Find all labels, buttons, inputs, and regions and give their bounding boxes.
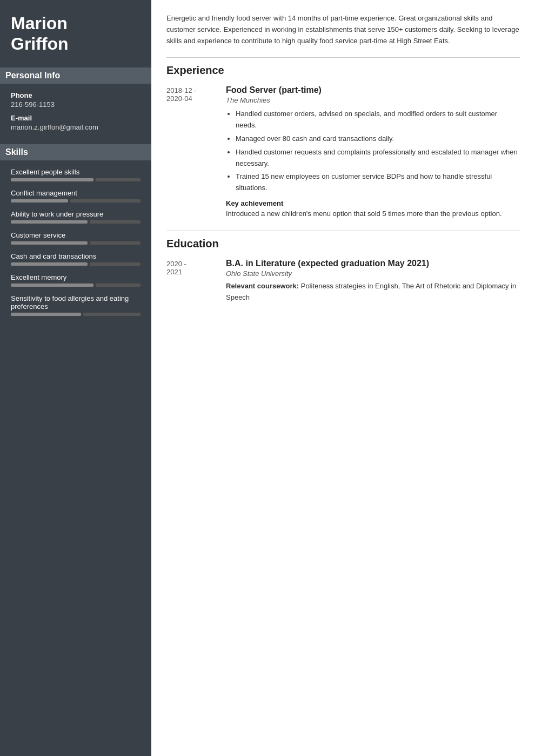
- name-line2: Griffon: [11, 34, 69, 53]
- edu-coursework: Relevant coursework: Politeness strategi…: [226, 281, 520, 303]
- skill-item: Excellent people skills: [11, 168, 141, 181]
- skill-item: Cash and card transactions: [11, 252, 141, 266]
- email-value: marion.z.girffon@gmail.com: [11, 123, 141, 131]
- edu-dates: 2020 -2021: [166, 259, 226, 303]
- skill-bar: [11, 199, 141, 202]
- skill-bar-filled: [11, 178, 93, 181]
- experience-divider: [166, 57, 520, 58]
- exp-job-title: Food Server (part-time): [226, 85, 520, 95]
- name-line1: Marion: [11, 14, 68, 33]
- skill-bar-empty: [90, 262, 141, 266]
- education-title: Education: [166, 238, 520, 250]
- skill-bar-empty: [96, 284, 141, 287]
- skill-bar-empty: [70, 199, 141, 202]
- skill-bar-empty: [83, 313, 141, 316]
- skill-bar: [11, 178, 141, 181]
- experience-block: 2018-12 -2020-04Food Server (part-time)T…: [166, 85, 520, 219]
- edu-degree: B.A. in Literature (expected graduation …: [226, 259, 520, 268]
- skill-bar-filled: [11, 199, 68, 202]
- phone-value: 216-596-1153: [11, 100, 141, 109]
- exp-company: The Munchies: [226, 96, 520, 104]
- skill-name: Conflict management: [11, 189, 141, 197]
- skill-bar-filled: [11, 220, 88, 224]
- exp-bullet-item: Trained 15 new employees on customer ser…: [236, 171, 520, 194]
- jobs-container: 2018-12 -2020-04Food Server (part-time)T…: [166, 85, 520, 219]
- personal-info-header: Personal Info: [0, 68, 151, 84]
- experience-title: Experience: [166, 64, 520, 77]
- key-achievement-label: Key achievement: [226, 199, 520, 207]
- skill-bar-empty: [90, 241, 141, 245]
- skill-name: Customer service: [11, 231, 141, 239]
- edu-school: Ohio State University: [226, 269, 520, 278]
- skills-section: Excellent people skillsConflict manageme…: [11, 168, 141, 316]
- skill-name: Excellent people skills: [11, 168, 141, 176]
- skill-name: Ability to work under pressure: [11, 210, 141, 218]
- skill-name: Cash and card transactions: [11, 252, 141, 260]
- main-content: Energetic and friendly food server with …: [151, 0, 535, 756]
- summary-text: Energetic and friendly food server with …: [166, 13, 520, 46]
- coursework-label: Relevant coursework:: [226, 282, 299, 290]
- education-block: 2020 -2021B.A. in Literature (expected g…: [166, 259, 520, 303]
- skill-bar-filled: [11, 241, 88, 245]
- edu-details: B.A. in Literature (expected graduation …: [226, 259, 520, 303]
- exp-bullets: Handled customer orders, advised on spec…: [226, 109, 520, 194]
- exp-bullet-item: Managed over 80 cash and card transactio…: [236, 133, 520, 145]
- skill-item: Excellent memory: [11, 273, 141, 287]
- skill-item: Customer service: [11, 231, 141, 245]
- skill-bar-empty: [90, 220, 141, 224]
- exp-bullet-item: Handled customer orders, advised on spec…: [236, 109, 520, 131]
- phone-label: Phone: [11, 91, 141, 99]
- exp-bullet-item: Handled customer requests and complaints…: [236, 147, 520, 170]
- education-container: 2020 -2021B.A. in Literature (expected g…: [166, 259, 520, 303]
- exp-details: Food Server (part-time)The MunchiesHandl…: [226, 85, 520, 219]
- skill-item: Sensitivity to food allergies and eating…: [11, 294, 141, 316]
- personal-info-block: Phone 216-596-1153 E-mail marion.z.girff…: [11, 91, 141, 131]
- sidebar: Marion Griffon Personal Info Phone 216-5…: [0, 0, 151, 756]
- skill-name: Excellent memory: [11, 273, 141, 281]
- skills-header: Skills: [0, 144, 151, 160]
- skill-bar: [11, 284, 141, 287]
- key-achievement-text: Introduced a new children's menu option …: [226, 208, 520, 220]
- skill-bar-filled: [11, 313, 81, 316]
- skill-bar: [11, 241, 141, 245]
- education-divider: [166, 231, 520, 231]
- skill-bar-filled: [11, 262, 88, 266]
- candidate-name: Marion Griffon: [11, 13, 141, 55]
- skill-bar-filled: [11, 284, 93, 287]
- skill-bar-empty: [96, 178, 141, 181]
- skill-bar: [11, 220, 141, 224]
- skill-item: Conflict management: [11, 189, 141, 202]
- email-label: E-mail: [11, 114, 141, 122]
- skill-item: Ability to work under pressure: [11, 210, 141, 224]
- skill-bar: [11, 313, 141, 316]
- skill-bar: [11, 262, 141, 266]
- skill-name: Sensitivity to food allergies and eating…: [11, 294, 141, 310]
- exp-dates: 2018-12 -2020-04: [166, 85, 226, 219]
